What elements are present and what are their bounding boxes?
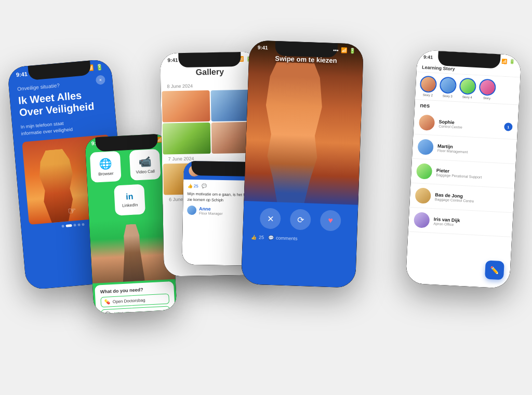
time-1: 9:41 (16, 70, 28, 77)
gallery-photo-3[interactable] (163, 122, 211, 155)
dot-3 (73, 224, 76, 226)
badge-sophie: 1 (504, 122, 513, 131)
chat-user-info: Nick Control Centre (203, 166, 227, 175)
story-label-5: Story (483, 96, 490, 100)
reply-avatar-anne (187, 205, 196, 214)
chat-user-role: Control Centre (203, 171, 227, 175)
dislike-button[interactable]: ✕ (260, 208, 281, 229)
signal-icon-3: ▪▪▪ (230, 56, 235, 62)
contact-iris[interactable]: Iris van Dijk Apron Office (408, 207, 513, 237)
story-label-2: Story 2 (423, 93, 433, 97)
phones-container: 9:41 ▪▪▪ 📶 🔋 × Onveilige situatie? Ik We… (6, 11, 526, 385)
phone-swipe: 9:41 ▪▪▪ 📶 🔋 Swipe om te kiezen ✕ ⟳ ♥ (241, 40, 364, 288)
status-icons-2: ▪▪▪ 📶 (148, 137, 162, 143)
info-bas: Bas de Jong Baggage Control Centre (435, 192, 509, 204)
time-5: 9:41 (423, 54, 433, 60)
likes-count: 25 (259, 235, 264, 240)
safety-body: In mijn telefoon staatinformatie over ve… (20, 116, 109, 137)
reply-user-info: Anne Floor Manager (199, 206, 223, 215)
info-iris: Iris van Dijk Apron Office (433, 216, 508, 228)
story-item-2[interactable]: Story 2 (419, 75, 437, 97)
wifi-icon-2: 📶 (155, 137, 162, 143)
story-label-3: Story 3 (443, 94, 453, 98)
status-icons-5: ▪▪▪ 📶 🔋 (495, 58, 515, 64)
girl-image (89, 216, 176, 283)
app-videocall[interactable]: 📹 Video Call (129, 148, 161, 180)
ask-icon: 💬 (105, 311, 111, 314)
story-avatar-2 (420, 75, 437, 93)
doctors-label: Open Doctorsbag (113, 297, 145, 304)
story-item-5[interactable]: Story (478, 78, 496, 100)
phone-learning: 9:41 ▪▪▪ 📶 🔋 Learning Story Story 2 Stor… (405, 50, 521, 289)
time-2: 9:41 (91, 140, 102, 146)
reply-role: Floor Manager (199, 211, 223, 215)
reply-name: Anne (199, 206, 223, 211)
signal-icon-2: ▪▪▪ (148, 137, 154, 143)
story-avatar-4 (459, 77, 477, 95)
hand-gesture: ☞ (67, 205, 76, 217)
safety-title: Ik Weet AllesOver Veiligheid (18, 87, 107, 118)
story-avatar-3 (440, 76, 457, 94)
footer-likes: 👍 25 (251, 234, 264, 240)
swipe-background: Swipe om te kiezen (244, 40, 364, 210)
story-avatar-5 (479, 78, 497, 96)
signal-icon-5: ▪▪▪ (495, 58, 499, 63)
compose-button[interactable]: ✏️ (485, 260, 504, 280)
option-doctors[interactable]: 💊 Open Doctorsbag (100, 293, 169, 307)
story-avatars-row: Story 2 Story 3 Story 4 Story (415, 72, 520, 105)
battery-icon: 🔋 (96, 63, 103, 71)
gallery-photo-1[interactable] (162, 90, 210, 122)
doctors-icon: 💊 (104, 299, 111, 305)
character-figure (259, 61, 327, 209)
comment-icon: 💬 (202, 184, 207, 188)
story-item-3[interactable]: Story 3 (439, 76, 457, 98)
battery-icon-5: 🔋 (509, 59, 515, 64)
info-martijn: Martijn Floor Management (437, 143, 512, 155)
dot-2-active (65, 224, 72, 227)
comments-label: comments (276, 235, 298, 241)
status-icons-4: ▪▪▪ 📶 🔋 (333, 47, 355, 53)
thumbs-up-icon: 👍 (188, 183, 193, 188)
footer-comments: 💬 comments (268, 235, 298, 241)
like-count: 25 (194, 184, 198, 188)
wifi-icon-4: 📶 (340, 47, 347, 53)
info-button[interactable]: ⟳ (290, 209, 311, 230)
dot-4 (77, 223, 80, 226)
comments-icon: 💬 (268, 235, 274, 240)
battery-icon-4: 🔋 (349, 48, 355, 53)
app-linkedin[interactable]: in LinkedIn (114, 184, 145, 215)
like-button[interactable]: 👍 25 (188, 183, 198, 188)
app-browser[interactable]: 🌐 Browser (90, 151, 122, 182)
avatar-iris (414, 212, 430, 228)
story-item-4[interactable]: Story 4 (459, 77, 476, 99)
story-label-4: Story 4 (462, 95, 472, 99)
contact-list: Sophie Control Centre 1 Martijn Floor Ma… (408, 110, 518, 237)
dot-1 (61, 225, 64, 227)
signal-icon: ▪▪▪ (78, 65, 85, 72)
avatar-pieter (416, 163, 433, 180)
compose-icon: ✏️ (490, 265, 499, 274)
info-pieter: Pieter Baggage Perational Support (436, 167, 510, 180)
linkedin-icon: in (126, 192, 134, 201)
bottom-card: What do you need? 💊 Open Doctorsbag 💬 As… (95, 281, 176, 314)
chat-avatar-nick (189, 165, 200, 176)
gallery-title: Gallery (161, 63, 260, 81)
swipe-bottom: ✕ ⟳ ♥ 👍 25 💬 comments (241, 201, 358, 288)
time-3: 9:41 (167, 57, 178, 63)
app-grid: 🌐 Browser 📹 Video Call in LinkedIn (85, 144, 172, 221)
wifi-icon: 📶 (86, 64, 94, 72)
chat-user-name: Nick (203, 166, 227, 172)
status-icons-1: ▪▪▪ 📶 🔋 (78, 63, 103, 72)
linkedin-label: LinkedIn (122, 202, 138, 208)
swipe-footer: 👍 25 💬 comments (251, 234, 349, 243)
time-4: 9:41 (258, 44, 268, 50)
status-bar-3: 9:41 ▪▪▪ 📶 🔋 (160, 51, 259, 65)
girl-figure (115, 223, 150, 282)
like-button-heart[interactable]: ♥ (320, 210, 341, 231)
bottom-title: What do you need? (100, 285, 169, 294)
info-sophie: Sophie Control Centre (438, 118, 504, 131)
comment-button[interactable]: 💬 (202, 184, 207, 188)
thumbs-icon: 👍 (251, 234, 257, 239)
swipe-action-buttons: ✕ ⟳ ♥ (251, 207, 350, 231)
avatar-martijn (417, 139, 434, 155)
